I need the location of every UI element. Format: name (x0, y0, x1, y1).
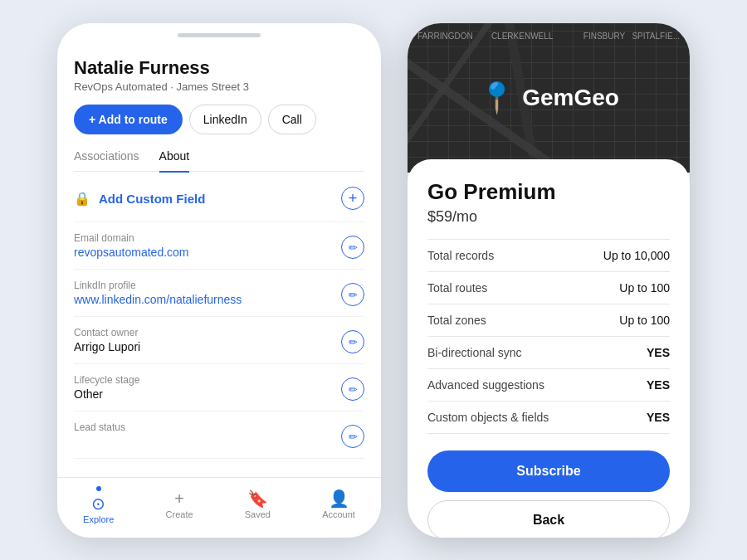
linkedin-label: LinkdIn profile (74, 280, 242, 291)
bidirectional-label: Bi-directional sync (427, 346, 522, 359)
add-custom-field-left: 🔒 Add Custom Field (74, 191, 205, 207)
contact-owner-label: Contact owner (74, 327, 140, 338)
subscribe-button[interactable]: Subscribe (427, 450, 670, 492)
bidirectional-value: YES (647, 346, 670, 359)
edit-email-domain-button[interactable]: ✏ (341, 236, 364, 259)
linkedin-button[interactable]: LinkedIn (189, 105, 261, 134)
right-phone: FARRINGDON CLERKENWELL FINSBURY SPITALFI… (408, 23, 690, 538)
left-phone: Natalie Furness RevOps Automated · James… (57, 23, 381, 538)
zones-value: Up to 100 (619, 314, 670, 327)
feature-row-custom: Custom objects & fields YES (427, 402, 670, 434)
field-row-lifecycle: Lifecycle stage Other ✏ (74, 364, 364, 411)
records-value: Up to 10,000 (603, 249, 670, 262)
pin-icon: 📍 (478, 80, 515, 115)
create-icon: + (174, 490, 184, 507)
back-button[interactable]: Back (427, 500, 670, 538)
map-label-left: FARRINGDON CLERKENWELL (417, 32, 553, 41)
account-icon: 👤 (329, 490, 349, 507)
add-custom-field-row: 🔒 Add Custom Field + (74, 175, 364, 222)
feature-row-routes: Total routes Up to 100 (427, 272, 670, 304)
brand-name: GemGeo (522, 85, 619, 111)
nav-account-label: Account (322, 509, 355, 519)
add-to-route-button[interactable]: + Add to route (74, 105, 183, 134)
lifecycle-value: Other (74, 387, 139, 401)
email-domain-value[interactable]: revopsautomated.com (74, 246, 189, 259)
premium-title: Go Premium (427, 179, 670, 205)
zones-label: Total zones (427, 314, 486, 327)
field-row-contact-owner: Contact owner Arrigo Lupori ✏ (74, 317, 364, 364)
fields-list: 🔒 Add Custom Field + Email domain revops… (74, 175, 364, 477)
nav-saved[interactable]: 🔖 Saved (245, 490, 271, 519)
contact-name: Natalie Furness (74, 57, 364, 79)
advanced-value: YES (647, 378, 670, 392)
feature-table: Total records Up to 10,000 Total routes … (427, 239, 670, 434)
edit-contact-owner-button[interactable]: ✏ (341, 330, 364, 353)
saved-icon: 🔖 (247, 490, 268, 507)
lock-icon: 🔒 (74, 191, 90, 207)
tabs: Associations About (74, 149, 364, 173)
action-buttons: + Add to route LinkedIn Call (74, 105, 364, 134)
explore-icon: ⊙ (91, 495, 105, 512)
records-label: Total records (427, 249, 494, 262)
phone-content: Natalie Furness RevOps Automated · James… (57, 37, 381, 477)
field-row-lead-status: Lead status ✏ (74, 411, 364, 459)
nav-create-label: Create (166, 509, 193, 519)
custom-label: Custom objects & fields (427, 411, 549, 424)
feature-row-bidirectional: Bi-directional sync YES (427, 337, 670, 369)
feature-row-records: Total records Up to 10,000 (427, 240, 670, 272)
call-button[interactable]: Call (268, 105, 316, 134)
contact-subtitle: RevOps Automated · James Street 3 (74, 80, 364, 93)
nav-explore-dot (96, 486, 101, 491)
map-background: FARRINGDON CLERKENWELL FINSBURY SPITALFI… (408, 23, 690, 173)
routes-value: Up to 100 (619, 281, 670, 295)
tab-about[interactable]: About (159, 149, 190, 173)
premium-card: Go Premium $59/mo Total records Up to 10… (408, 159, 690, 538)
nav-explore[interactable]: ⊙ Explore (83, 486, 114, 524)
contact-owner-value: Arrigo Lupori (74, 340, 140, 353)
custom-value: YES (647, 411, 670, 424)
edit-linkedin-button[interactable]: ✏ (341, 283, 364, 306)
feature-row-advanced: Advanced suggestions YES (427, 369, 670, 402)
add-field-plus-button[interactable]: + (341, 187, 364, 210)
tab-associations[interactable]: Associations (74, 149, 139, 173)
premium-price: $59/mo (427, 208, 670, 226)
nav-create[interactable]: + Create (166, 490, 193, 519)
map-label-right: FINSBURY SPITALFIE... (583, 32, 680, 41)
nav-explore-label: Explore (83, 514, 114, 524)
field-row-linkedin: LinkdIn profile www.linkedin.com/natalie… (74, 270, 364, 317)
nav-saved-label: Saved (245, 509, 271, 519)
nav-account[interactable]: 👤 Account (322, 490, 355, 519)
edit-lead-status-button[interactable]: ✏ (341, 425, 364, 448)
lead-status-label: Lead status (74, 421, 125, 433)
add-custom-field-label[interactable]: Add Custom Field (99, 192, 205, 206)
lifecycle-label: Lifecycle stage (74, 374, 139, 386)
email-domain-label: Email domain (74, 232, 189, 244)
bottom-nav: ⊙ Explore + Create 🔖 Saved 👤 Account (57, 477, 381, 538)
advanced-label: Advanced suggestions (427, 378, 544, 392)
routes-label: Total routes (427, 281, 487, 295)
brand-logo: 📍 GemGeo (478, 80, 619, 115)
edit-lifecycle-button[interactable]: ✏ (341, 377, 364, 401)
linkedin-value[interactable]: www.linkedin.com/nataliefurness (74, 293, 242, 306)
feature-row-zones: Total zones Up to 100 (427, 304, 670, 337)
field-row-email-domain: Email domain revopsautomated.com ✏ (74, 222, 364, 270)
